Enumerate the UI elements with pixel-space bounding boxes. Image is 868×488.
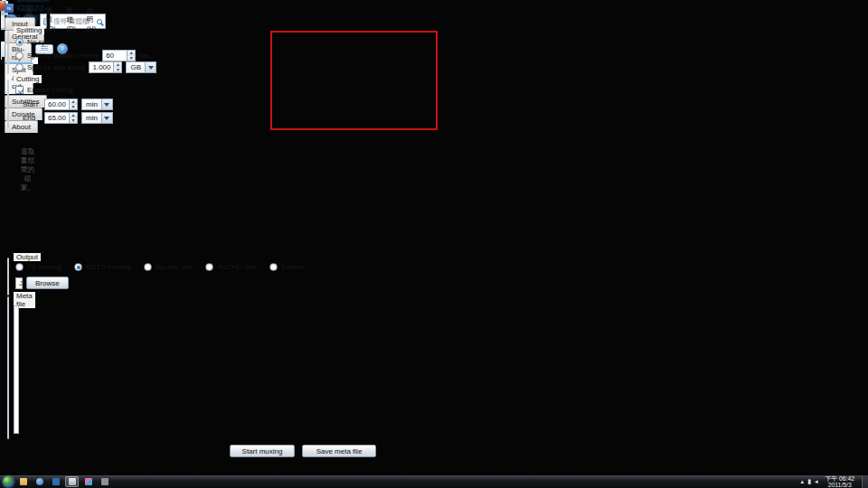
clock-date: 2011/5/3 xyxy=(826,482,855,488)
chevron-down-icon[interactable] xyxy=(101,99,112,109)
clock-time: 下午 06:42 xyxy=(826,475,855,482)
chevron-down-icon[interactable] xyxy=(101,113,112,123)
option-demux[interactable]: Demux xyxy=(269,263,304,271)
taskbar-clock[interactable]: 下午 06:42 2011/5/3 xyxy=(822,475,859,488)
output-file-field[interactable]: J:\02\2-6.m2ts xyxy=(15,277,23,289)
size-stepper[interactable]: 1.000▴▾ xyxy=(89,61,122,73)
system-tray: ▴ ▮ ◂ 下午 06:42 2011/5/3 xyxy=(801,475,868,488)
checkbox-icon[interactable] xyxy=(15,86,24,94)
taskbar: ▴ ▮ ◂ 下午 06:42 2011/5/3 xyxy=(0,475,868,488)
output-options-row: TS muxing M2TS muxing Blu-ray disk AVCHD… xyxy=(15,263,305,271)
end-label: End xyxy=(23,114,41,122)
spin-down-icon[interactable]: ▾ xyxy=(127,56,135,61)
start-button[interactable] xyxy=(3,476,14,487)
radio-icon[interactable] xyxy=(74,263,82,271)
radio-icon[interactable] xyxy=(15,263,24,271)
taskbar-icon-blue-app[interactable] xyxy=(49,476,62,487)
radio-icon[interactable] xyxy=(15,38,24,46)
meta-file-editor[interactable]: MUXOPT --no-pcr-on-video-pid --vbr --cut… xyxy=(14,305,19,434)
radio-icon[interactable] xyxy=(205,263,213,271)
radio-icon[interactable] xyxy=(15,63,24,71)
duration-stepper[interactable]: 60▴▾ xyxy=(102,50,136,61)
spin-down-icon[interactable]: ▾ xyxy=(70,105,77,110)
taskbar-icon-media-player[interactable] xyxy=(33,476,46,487)
radio-icon[interactable] xyxy=(144,263,152,271)
annotation-highlight-box xyxy=(270,31,438,130)
end-unit-select[interactable]: min xyxy=(81,112,113,124)
taskbar-icon-tsmuxer[interactable] xyxy=(65,476,79,487)
taskbar-icon-mediainfo[interactable] xyxy=(81,476,95,487)
splitting-group: Splitting No split Split by duration eve… xyxy=(7,31,9,74)
tsmuxer-titlebar: ts tsMuxeR GUI 1.10.6 –□× xyxy=(1,1,8,15)
cut-end-stepper[interactable]: 65.00▴▾ xyxy=(44,112,78,124)
start-muxing-button[interactable]: Start muxing xyxy=(230,445,295,457)
start-label: Start xyxy=(23,100,41,108)
network-icon[interactable]: ▮ xyxy=(807,476,811,487)
option-avchd-disk[interactable]: AVCHD disk xyxy=(205,263,257,271)
splitting-heading: Splitting xyxy=(14,26,44,34)
tab-bar: InputGeneralBlu-raySplit & cutSubtitlesD… xyxy=(1,15,5,29)
preview-hint: 選取要預覽的檔案。 xyxy=(21,147,34,192)
taskbar-icon-gray-app[interactable] xyxy=(98,476,111,487)
split-size-option[interactable]: Split by size every 1.000▴▾ GB xyxy=(15,61,156,73)
tsmuxer-caption-buttons: –□× xyxy=(0,1,5,11)
radio-icon[interactable] xyxy=(269,263,278,271)
browse-button[interactable]: Browse xyxy=(26,277,69,289)
start-unit-select[interactable]: min xyxy=(81,99,113,110)
tsmuxer-window: ts tsMuxeR GUI 1.10.6 –□× InputGeneralBl… xyxy=(0,0,2,2)
tsmuxer-app-icon: ts xyxy=(5,4,14,13)
output-heading: Output xyxy=(14,253,41,261)
meta-file-group: Meta file MUXOPT --no-pcr-on-video-pid -… xyxy=(7,296,9,439)
show-desktop-button[interactable] xyxy=(862,475,868,488)
no-split-option[interactable]: No split xyxy=(15,38,52,46)
close-icon[interactable]: × xyxy=(0,1,5,11)
spin-down-icon[interactable]: ▾ xyxy=(70,118,77,124)
size-unit-select[interactable]: GB xyxy=(126,61,156,73)
menu-help[interactable]: 說明(H) xyxy=(81,6,101,33)
enable-cutting-checkbox[interactable]: Enable cutting xyxy=(15,86,73,94)
option-m2ts-muxing[interactable]: M2TS muxing xyxy=(74,263,130,271)
taskbar-icon-explorer[interactable] xyxy=(16,476,30,487)
cutting-group: Cutting Enable cutting Start 60.00▴▾ min… xyxy=(7,80,9,128)
duration-unit-label: sec xyxy=(139,52,150,60)
cutting-heading: Cutting xyxy=(14,75,42,83)
save-meta-file-button[interactable]: Save meta file xyxy=(302,445,376,457)
cut-start-stepper[interactable]: 60.00▴▾ xyxy=(44,99,78,110)
hidden-icons-arrow-icon[interactable]: ▴ xyxy=(801,476,805,487)
radio-icon[interactable] xyxy=(15,52,24,60)
chevron-down-icon[interactable] xyxy=(145,62,156,72)
option-bluray-disk[interactable]: Blu-ray disk xyxy=(144,263,193,271)
volume-icon[interactable]: ◂ xyxy=(815,476,818,487)
cut-start-row: Start 60.00▴▾ min xyxy=(23,99,113,110)
option-ts-muxing[interactable]: TS muxing xyxy=(15,263,61,271)
output-group: Output TS muxing M2TS muxing Blu-ray dis… xyxy=(7,258,9,296)
cut-end-row: End 65.00▴▾ min xyxy=(23,112,113,124)
split-duration-option[interactable]: Split by duration every 60▴▾ sec xyxy=(15,50,151,61)
menu-debug[interactable]: 除錯(D) xyxy=(61,6,80,33)
spin-down-icon[interactable]: ▾ xyxy=(114,68,121,73)
